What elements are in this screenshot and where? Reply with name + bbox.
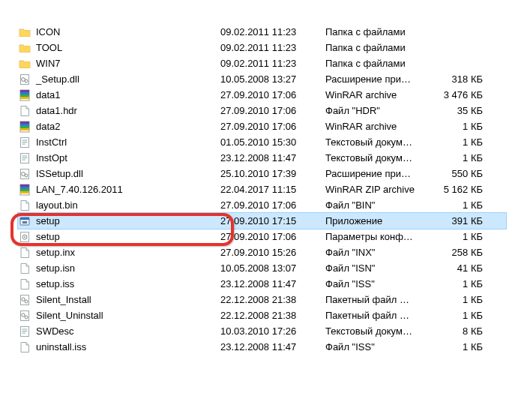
svg-point-34	[24, 236, 25, 238]
file-name: uninstall.iss	[36, 341, 86, 352]
file-date: 27.09.2010 17:06	[220, 105, 325, 116]
file-size: 41 КБ	[430, 262, 483, 274]
file-name: setup.inx	[36, 247, 75, 258]
file-date: 27.09.2010 17:06	[220, 200, 325, 211]
file-type: Расширение при…	[325, 74, 430, 85]
file-type: Файл "HDR"	[325, 105, 430, 116]
file-row[interactable]: Silent_Uninstall22.12.2008 21:38Пакетный…	[18, 308, 506, 323]
bat-icon	[18, 293, 31, 307]
folder-icon	[18, 26, 31, 39]
file-size: 1 КБ	[430, 294, 483, 305]
file-type: Текстовый докум…	[325, 152, 430, 164]
file-type: WinRAR archive	[325, 121, 430, 132]
file-name: setup	[36, 215, 60, 226]
svg-rect-7	[20, 97, 29, 99]
svg-rect-10	[20, 124, 29, 126]
file-row[interactable]: data127.09.2010 17:06WinRAR archive3 476…	[18, 87, 506, 103]
file-row[interactable]: setup27.09.2010 17:06Параметры конф…1 КБ	[18, 229, 506, 244]
file-date: 23.12.2008 11:47	[220, 152, 325, 164]
file-size: 550 КБ	[430, 168, 483, 179]
rar-icon	[18, 120, 31, 134]
file-row[interactable]: LAN_7.40.126.201122.04.2017 11:15WinRAR …	[18, 182, 506, 197]
file-row[interactable]: ICON09.02.2011 11:23Папка с файлами	[18, 24, 506, 40]
file-date: 10.03.2010 17:26	[220, 326, 325, 337]
file-date: 22.12.2008 21:38	[220, 310, 325, 321]
rar-icon	[18, 183, 31, 196]
file-name: ICON	[36, 26, 61, 38]
file-name: Silent_Install	[36, 294, 91, 305]
file-row[interactable]: layout.bin27.09.2010 17:06Файл "BIN"1 КБ	[18, 197, 506, 213]
dll-icon	[18, 167, 31, 181]
file-row[interactable]: setup27.09.2010 17:15Приложение391 КБ	[17, 212, 507, 230]
file-size: 8 КБ	[430, 326, 483, 337]
dll-icon	[18, 73, 31, 86]
file-row[interactable]: setup.isn10.05.2008 13:07Файл "ISN"41 КБ	[18, 260, 506, 276]
file-row[interactable]: setup.iss23.12.2008 11:47Файл "ISS"1 КБ	[18, 276, 506, 292]
file-row[interactable]: data227.09.2010 17:06WinRAR archive1 КБ	[18, 118, 506, 134]
file-row[interactable]: uninstall.iss23.12.2008 11:47Файл "ISS"1…	[18, 339, 506, 355]
file-date: 27.09.2010 15:26	[220, 247, 325, 258]
file-icon	[18, 104, 31, 118]
file-row[interactable]: TOOL09.02.2011 11:23Папка с файлами	[18, 40, 506, 56]
file-date: 25.10.2010 17:39	[220, 168, 325, 179]
file-date: 23.12.2008 11:47	[220, 341, 325, 352]
file-date: 22.12.2008 21:38	[220, 294, 325, 305]
file-date: 27.09.2010 17:06	[220, 231, 325, 242]
file-type: Пакетный файл …	[325, 294, 430, 305]
file-size: 258 КБ	[430, 247, 483, 258]
svg-rect-26	[20, 187, 29, 189]
file-type: Файл "INX"	[325, 247, 430, 258]
file-type: Параметры конф…	[325, 231, 430, 242]
file-date: 09.02.2011 11:23	[220, 58, 325, 69]
txt-icon	[18, 136, 31, 149]
file-row[interactable]: setup.inx27.09.2010 15:26Файл "INX"258 К…	[18, 244, 506, 260]
file-date: 10.05.2008 13:07	[220, 262, 325, 274]
file-name: setup	[36, 231, 60, 242]
file-icon	[18, 278, 31, 291]
file-date: 27.09.2010 17:15	[220, 215, 325, 226]
file-name: LAN_7.40.126.2011	[36, 184, 123, 195]
svg-rect-30	[20, 218, 29, 220]
txt-icon	[18, 325, 31, 338]
file-row[interactable]: ISSetup.dll25.10.2010 17:39Расширение пр…	[18, 166, 506, 182]
file-row[interactable]: Silent_Install22.12.2008 21:38Пакетный ф…	[18, 292, 506, 308]
file-row[interactable]: InstOpt23.12.2008 11:47Текстовый докум…1…	[18, 150, 506, 166]
file-row[interactable]: WIN709.02.2011 11:23Папка с файлами	[18, 56, 506, 71]
file-type: WinRAR ZIP archive	[325, 184, 430, 195]
file-size: 1 КБ	[430, 200, 483, 211]
file-icon	[18, 199, 31, 212]
file-type: Файл "ISS"	[325, 278, 430, 290]
file-name: _Setup.dll	[36, 74, 79, 85]
file-name: data1.hdr	[36, 105, 77, 116]
file-type: Папка с файлами	[325, 26, 430, 38]
file-date: 09.02.2011 11:23	[220, 26, 325, 38]
file-icon	[18, 246, 31, 260]
file-size: 1 КБ	[430, 231, 483, 242]
file-type: Пакетный файл …	[325, 310, 430, 321]
svg-rect-31	[22, 221, 27, 224]
file-name: ISSetup.dll	[36, 168, 83, 179]
file-type: Файл "ISS"	[325, 341, 430, 352]
file-type: Текстовый докум…	[325, 136, 430, 148]
file-size: 1 КБ	[430, 152, 483, 164]
file-size: 1 КБ	[430, 278, 483, 290]
cfg-icon	[18, 230, 31, 244]
file-size: 5 162 КБ	[430, 184, 483, 195]
file-row[interactable]: data1.hdr27.09.2010 17:06Файл "HDR"35 КБ	[18, 103, 506, 118]
file-date: 27.09.2010 17:06	[220, 121, 325, 132]
file-row[interactable]: InstCtrl01.05.2010 15:30Текстовый докум……	[18, 134, 506, 150]
file-type: WinRAR archive	[325, 89, 430, 100]
svg-rect-9	[20, 122, 29, 124]
file-size: 391 КБ	[430, 215, 483, 226]
svg-rect-5	[20, 92, 29, 94]
file-date: 09.02.2011 11:23	[220, 42, 325, 53]
file-row[interactable]: _Setup.dll10.05.2008 13:27Расширение при…	[18, 71, 506, 87]
svg-rect-27	[20, 189, 29, 191]
file-icon	[18, 262, 31, 275]
file-row[interactable]: SWDesc10.03.2010 17:26Текстовый докум…8 …	[18, 323, 506, 339]
svg-rect-12	[20, 128, 29, 130]
file-name: setup.iss	[36, 278, 74, 290]
exe-icon	[18, 214, 31, 228]
svg-rect-25	[20, 184, 29, 187]
file-name: WIN7	[36, 58, 61, 69]
